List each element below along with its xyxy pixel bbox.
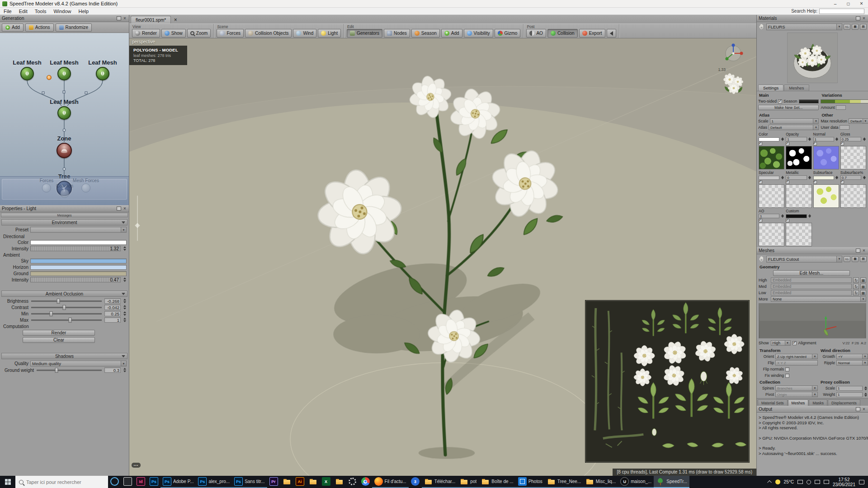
viewport-options-pill[interactable]: ••• [132,463,141,468]
make-new-set-button[interactable]: Make New Set... [758,105,819,110]
slider-handle[interactable] [50,311,53,316]
grid-icon[interactable]: ▦ [860,277,866,283]
leaf-node-ball[interactable] [96,67,109,80]
tab-meshes-bottom[interactable]: Meshes [788,399,809,406]
stepper[interactable] [808,137,812,141]
messages-splitter[interactable]: Messages [1,213,128,217]
environment-section-header[interactable]: Environment [1,219,127,225]
leaf-node-ball[interactable] [20,67,34,80]
taskbar-search[interactable] [15,476,108,488]
max-value[interactable]: 1 [104,317,121,323]
add-button[interactable]: Add [441,29,462,38]
zone-node-ball[interactable] [57,143,72,158]
clear-ao-button[interactable]: Clear [23,337,95,343]
reload-icon[interactable]: ↻ [853,290,859,296]
metallic-value[interactable]: 0 [786,175,807,180]
growth-dropdown[interactable]: +Y [836,354,868,359]
taskbar-app-downloads[interactable]: Téléchar... [422,476,458,488]
contrast-slider[interactable] [31,307,102,308]
document-tab[interactable]: fleur0001.spm* [131,16,171,23]
dock-icon[interactable] [117,206,121,211]
light-direction-handle[interactable] [137,196,138,241]
render-button[interactable]: Render [132,29,160,38]
collision-slot[interactable]: Collision [56,183,73,198]
slider-handle[interactable] [57,299,60,304]
taskbar-app-settings[interactable] [346,476,359,488]
mesh-preview[interactable] [759,303,866,338]
max-resolution-dropdown[interactable]: Default [849,118,868,124]
dock-icon[interactable] [856,249,860,253]
search-input[interactable] [26,479,99,485]
ground-weight-stepper[interactable] [123,367,127,373]
specular-map-thumbnail[interactable] [759,184,784,208]
menu-window[interactable]: Window [50,9,75,14]
brightness-value[interactable]: -0.268 [104,298,121,304]
shadows-section-header[interactable]: Shadows [1,353,127,359]
camera-mode-label[interactable]: perspective [132,39,155,44]
map-enabled-checkbox[interactable] [813,142,817,145]
max-slider[interactable] [31,319,102,321]
ao-button[interactable]: AO [526,29,546,38]
minimize-button[interactable] [829,0,842,7]
opacity-map-thumbnail[interactable] [786,146,811,169]
close-panel-icon[interactable] [862,249,866,253]
tab-material-sets[interactable]: Material Sets [758,399,788,406]
back-button[interactable] [607,29,616,38]
start-button[interactable] [0,476,15,488]
generators-button[interactable]: Generators [347,29,382,38]
light-button[interactable]: Light [318,29,341,38]
menu-tools[interactable]: Tools [31,9,50,14]
taskbar-app-indesign[interactable]: Id [134,476,147,488]
collision-objects-button[interactable]: Collision Objects [245,29,292,38]
proxy-weight-value[interactable]: 1 [836,392,863,397]
slider-handle[interactable] [55,368,58,373]
taskbar-app-photos[interactable]: Photos [516,476,545,488]
contrast-stepper[interactable] [123,305,127,310]
min-slider[interactable] [31,313,102,314]
volume-icon[interactable] [824,480,829,484]
3d-viewport[interactable]: perspective POLYGONS - MODEL leaf meshes… [129,38,756,476]
taskbar-app-photoshop-doc2[interactable]: Psalex_pro... [196,476,232,488]
close-button[interactable] [855,0,868,7]
grid-icon[interactable]: ▦ [860,284,866,289]
atlas-scale-field[interactable]: 1 [770,118,819,124]
texture-atlas-preview[interactable] [585,300,749,462]
ground-color-swatch[interactable] [30,271,127,276]
more-dropdown[interactable]: None [771,296,866,302]
alignment-checkbox[interactable] [793,341,797,345]
nodes-button[interactable]: Nodes [384,29,410,38]
ao-value[interactable]: 1 [759,214,779,218]
proxy-weight-stepper[interactable] [864,392,868,397]
taskbar-app-premiere[interactable]: Pr [267,476,280,488]
sky-color-swatch[interactable] [30,258,127,263]
close-panel-icon[interactable] [862,407,866,412]
gloss-map-thumbnail[interactable] [840,146,866,169]
reload-icon[interactable]: ↻ [853,277,859,283]
min-stepper[interactable] [123,311,127,316]
taskbar-app-speedtree[interactable]: SpeedTr... [654,476,689,488]
close-panel-icon[interactable] [123,206,127,211]
taskbar-app-3[interactable]: 3 [409,476,422,488]
tab-masks[interactable]: Masks [809,399,827,406]
add-generator-button[interactable]: Add [2,23,24,32]
taskbar-app-chrome[interactable] [359,476,372,488]
flip-field[interactable]: X Y Z [775,360,818,366]
show-lod-dropdown[interactable]: High [771,340,791,346]
stepper[interactable] [835,175,839,180]
dock-icon[interactable] [117,16,121,20]
slider-handle[interactable] [68,318,71,323]
proxy-scale-value[interactable]: 1 [836,386,863,391]
temperature[interactable]: 25°C [784,479,794,484]
dock-icon[interactable] [856,16,860,20]
search-help-input[interactable] [819,9,864,14]
gizmo-button[interactable]: Gizmo [495,29,521,38]
leaf-mesh-node-1[interactable]: Leaf Mesh [6,60,48,80]
taskbar-app-photoshop-doc1[interactable]: PsAdobe P... [160,476,196,488]
tab-displacements[interactable]: Displacements [828,399,860,406]
taskbar-app-tree-needles[interactable]: Tree_Nee... [545,476,583,488]
zoom-button[interactable]: Zoom [187,29,211,38]
pivot-dropdown[interactable]: Origin [775,392,818,397]
menu-file[interactable]: File [0,9,15,14]
reload-icon[interactable]: ↻ [853,284,859,289]
taskbar-app-taskview[interactable] [121,476,134,488]
